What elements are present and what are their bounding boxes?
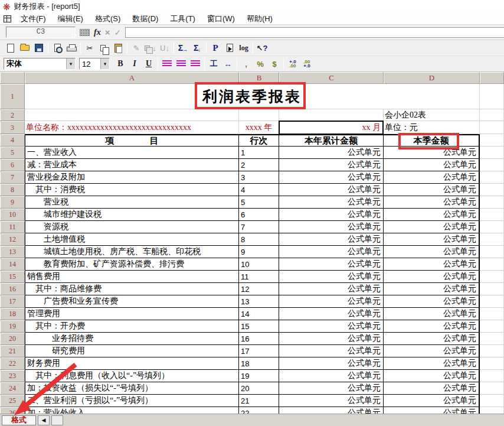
fill-down-button[interactable]: ↓ — [143, 41, 158, 54]
empty-cell[interactable] — [480, 209, 504, 221]
format-painter-button[interactable]: ✎ — [129, 41, 143, 54]
comma-style-button[interactable]: , — [239, 57, 253, 70]
ytd-amount-cell[interactable]: 公式单元 — [279, 258, 384, 271]
line-number-cell[interactable]: 17 — [239, 345, 279, 357]
line-number-cell[interactable]: 10 — [239, 258, 279, 271]
line-number-cell[interactable]: 4 — [239, 184, 279, 196]
ytd-amount-cell[interactable]: 公式单元 — [279, 345, 384, 357]
row-number[interactable]: 2 — [0, 109, 25, 121]
menu-item[interactable]: 工具(T) — [164, 14, 201, 24]
row-number[interactable]: 22 — [0, 357, 25, 370]
empty-cell[interactable] — [239, 109, 279, 121]
empty-cell[interactable] — [480, 196, 504, 209]
item-cell[interactable]: 加：营业外收入 — [25, 407, 239, 414]
row-number[interactable]: 19 — [0, 320, 25, 333]
quarter-amount-cell[interactable]: 公式单元 — [384, 159, 480, 171]
increase-decimal-button[interactable]: +.0.00 — [286, 57, 300, 70]
item-cell[interactable]: 业务招待费 — [25, 333, 239, 345]
row-number[interactable]: 21 — [0, 345, 25, 357]
empty-cell[interactable] — [480, 271, 504, 283]
ytd-amount-cell[interactable]: 公式单元 — [279, 184, 384, 196]
item-cell[interactable]: 其中：利息费用（收入以“-”号填列） — [25, 370, 239, 382]
item-cell[interactable]: 其中：开办费 — [25, 320, 239, 333]
row-number[interactable]: 8 — [0, 184, 25, 196]
open-file-button[interactable] — [18, 41, 32, 54]
p-format-button[interactable]: P — [208, 41, 222, 54]
line-number-cell[interactable]: 11 — [239, 271, 279, 283]
item-cell[interactable]: 教育费附加、矿产资源补偿费、排污费 — [25, 258, 239, 271]
ytd-amount-cell[interactable]: 公式单元 — [279, 171, 384, 184]
empty-cell[interactable] — [480, 333, 504, 345]
unit-name-cell[interactable]: 单位名称：xxxxxxxxxxxxxxxxxxxxxxxxxxxxxx — [25, 121, 239, 134]
line-number-cell[interactable]: 20 — [239, 382, 279, 395]
ytd-amount-cell[interactable]: 公式单元 — [279, 233, 384, 246]
menu-item[interactable]: 帮助(H) — [241, 14, 279, 24]
column-header-e[interactable] — [480, 72, 504, 84]
formula-input[interactable] — [125, 27, 504, 38]
item-cell[interactable]: 资源税 — [25, 221, 239, 233]
item-cell[interactable]: 城镇土地使用税、房产税、车船税、印花税 — [25, 246, 239, 258]
row-number[interactable]: 12 — [0, 233, 25, 246]
cancel-icon[interactable]: × — [105, 27, 110, 37]
column-header-c[interactable]: C — [279, 72, 384, 84]
ytd-amount-cell[interactable]: 公式单元 — [279, 283, 384, 295]
align-center-button[interactable] — [174, 57, 188, 70]
cell-reference-box[interactable]: C3 — [6, 27, 76, 38]
empty-cell[interactable] — [480, 320, 504, 333]
row-number[interactable]: 23 — [0, 370, 25, 382]
align-right-button[interactable] — [188, 57, 202, 70]
quarter-amount-cell[interactable]: 公式单元 — [384, 246, 480, 258]
quarter-amount-cell[interactable]: 公式单元 — [384, 333, 480, 345]
quarter-amount-cell[interactable]: 公式单元 — [384, 345, 480, 357]
unit-cell[interactable]: 单位：元 — [384, 121, 480, 134]
row-number[interactable]: 14 — [0, 258, 25, 271]
select-all-corner[interactable] — [0, 72, 25, 84]
font-size-select[interactable]: 12 ▾ — [79, 58, 110, 70]
row-number[interactable]: 20 — [0, 333, 25, 345]
header-ytd-amount[interactable]: 本年累计金额 — [279, 134, 384, 147]
ytd-amount-cell[interactable]: 公式单元 — [279, 407, 384, 414]
menu-item[interactable]: 编辑(E) — [52, 14, 89, 24]
ytd-amount-cell[interactable]: 公式单元 — [279, 357, 384, 370]
line-number-cell[interactable]: 21 — [239, 395, 279, 407]
ytd-amount-cell[interactable]: 公式单元 — [279, 196, 384, 209]
quarter-amount-cell[interactable]: 公式单元 — [384, 209, 480, 221]
item-cell[interactable]: 其中：消费税 — [25, 184, 239, 196]
quarter-amount-cell[interactable]: 公式单元 — [384, 233, 480, 246]
tab-scroll-left-button[interactable]: ◀ — [38, 415, 50, 425]
chevron-down-icon[interactable]: ▾ — [66, 58, 75, 69]
empty-cell[interactable] — [480, 308, 504, 320]
line-number-cell[interactable]: 12 — [239, 283, 279, 295]
year-cell[interactable]: xxxx 年 — [239, 121, 279, 134]
line-number-cell[interactable]: 5 — [239, 196, 279, 209]
row-number[interactable]: 3 — [0, 121, 25, 134]
item-cell[interactable]: 二、营业利润（亏损以“-”号填列） — [25, 395, 239, 407]
quarter-amount-cell[interactable]: 公式单元 — [384, 370, 480, 382]
ytd-amount-cell[interactable]: 公式单元 — [279, 382, 384, 395]
row-number[interactable]: 5 — [0, 147, 25, 159]
empty-cell[interactable] — [480, 295, 504, 308]
row-number[interactable]: 1 — [0, 84, 25, 109]
sum-column-button[interactable]: Σ↓ — [190, 41, 204, 54]
ytd-amount-cell[interactable]: 公式单元 — [279, 221, 384, 233]
item-cell[interactable]: 其中：商品维修费 — [25, 283, 239, 295]
item-cell[interactable]: 研究费用 — [25, 345, 239, 357]
empty-cell[interactable] — [480, 357, 504, 370]
quarter-amount-cell[interactable]: 公式单元 — [384, 320, 480, 333]
ytd-amount-cell[interactable]: 公式单元 — [279, 320, 384, 333]
quarter-amount-cell[interactable]: 公式单元 — [384, 357, 480, 370]
cut-button[interactable]: ✂ — [83, 41, 97, 54]
chevron-down-icon[interactable]: ▾ — [100, 58, 109, 69]
quarter-amount-cell[interactable]: 公式单元 — [384, 221, 480, 233]
confirm-icon[interactable]: ✓ — [114, 28, 121, 37]
empty-cell[interactable] — [480, 395, 504, 407]
header-quarter-amount[interactable]: 本季金额 — [384, 134, 480, 147]
print-button[interactable] — [64, 41, 78, 54]
empty-cell[interactable] — [480, 246, 504, 258]
item-cell[interactable]: 土地增值税 — [25, 233, 239, 246]
line-number-cell[interactable]: 13 — [239, 295, 279, 308]
ytd-amount-cell[interactable]: 公式单元 — [279, 395, 384, 407]
empty-cell[interactable] — [480, 121, 504, 134]
row-number[interactable]: 11 — [0, 221, 25, 233]
empty-cell[interactable] — [480, 109, 504, 121]
